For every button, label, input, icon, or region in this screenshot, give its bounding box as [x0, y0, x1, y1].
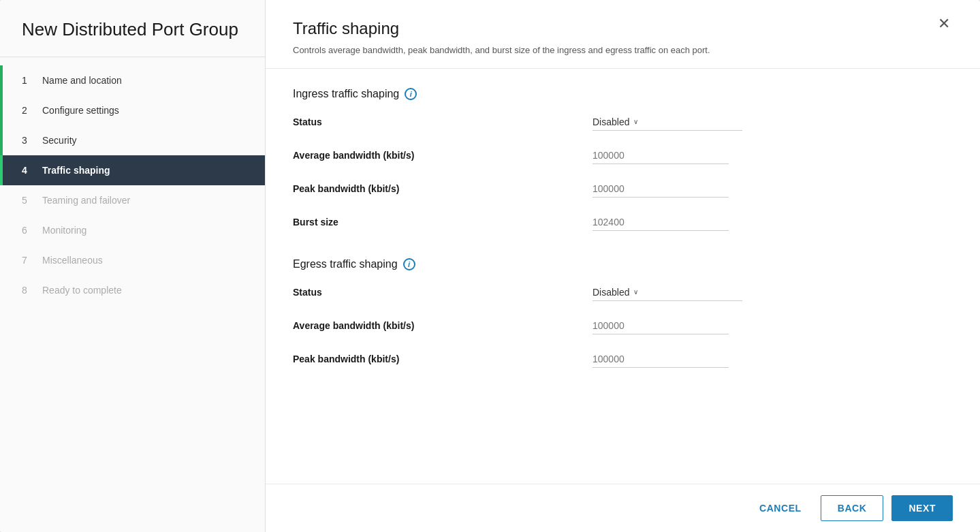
form-row-3: Burst size: [293, 214, 953, 234]
step-indicator-6: [0, 215, 3, 245]
main-panel: Traffic shaping Controls average bandwid…: [266, 0, 980, 532]
cancel-button[interactable]: CANCEL: [748, 496, 812, 520]
select-value-0: Disabled: [592, 287, 629, 298]
form-row-1: Average bandwidth (kbit/s): [293, 147, 953, 167]
bandwidth-input-1[interactable]: [592, 147, 729, 164]
step-number-6: 6: [22, 225, 34, 236]
step-indicator-4: [0, 155, 3, 185]
step-label-5: Teaming and failover: [42, 195, 130, 206]
form-row-1: Average bandwidth (kbit/s): [293, 317, 953, 337]
main-content: Ingress traffic shaping i StatusDisabled…: [266, 69, 980, 484]
step-number-2: 2: [22, 105, 34, 116]
field-label-2: Peak bandwidth (kbit/s): [293, 183, 592, 194]
step-indicator-2: [0, 95, 3, 125]
sidebar-step-3[interactable]: 3Security: [0, 125, 265, 155]
next-button[interactable]: NEXT: [891, 495, 953, 521]
field-label-1: Average bandwidth (kbit/s): [293, 150, 592, 161]
field-control-1: [592, 317, 742, 334]
step-label-8: Ready to complete: [42, 285, 122, 296]
bandwidth-input-1[interactable]: [592, 317, 729, 334]
bandwidth-input-2[interactable]: [592, 351, 729, 368]
step-label-3: Security: [42, 135, 77, 146]
field-label-3: Burst size: [293, 217, 592, 228]
step-indicator-5: [0, 185, 3, 215]
field-label-0: Status: [293, 287, 592, 298]
step-indicator-3: [0, 125, 3, 155]
field-control-2: [592, 351, 742, 368]
sidebar-step-1[interactable]: 1Name and location: [0, 65, 265, 95]
sidebar-step-7: 7Miscellaneous: [0, 245, 265, 275]
status-select-0[interactable]: Disabled∨: [592, 114, 742, 131]
status-select-0[interactable]: Disabled∨: [592, 284, 742, 301]
step-number-4: 4: [22, 165, 34, 176]
step-number-7: 7: [22, 255, 34, 266]
sidebar-step-4[interactable]: 4Traffic shaping: [0, 155, 265, 185]
step-number-5: 5: [22, 195, 34, 206]
step-number-3: 3: [22, 135, 34, 146]
step-label-1: Name and location: [42, 75, 122, 86]
step-label-4: Traffic shaping: [42, 165, 110, 176]
field-control-1: [592, 147, 742, 164]
step-label-2: Configure settings: [42, 105, 119, 116]
bandwidth-input-2[interactable]: [592, 181, 729, 198]
sidebar-step-5: 5Teaming and failover: [0, 185, 265, 215]
egress-section: Egress traffic shaping i StatusDisabled∨…: [293, 258, 953, 371]
step-indicator-7: [0, 245, 3, 275]
sidebar-step-6: 6Monitoring: [0, 215, 265, 245]
ingress-section: Ingress traffic shaping i StatusDisabled…: [293, 88, 953, 234]
form-row-2: Peak bandwidth (kbit/s): [293, 181, 953, 200]
form-row-0: StatusDisabled∨: [293, 114, 953, 134]
sidebar-steps: 1Name and location2Configure settings3Se…: [0, 57, 265, 532]
field-control-0: Disabled∨: [592, 114, 742, 131]
select-value-0: Disabled: [592, 116, 629, 127]
ingress-section-title: Ingress traffic shaping i: [293, 88, 953, 100]
main-header: Traffic shaping Controls average bandwid…: [266, 0, 980, 69]
form-row-2: Peak bandwidth (kbit/s): [293, 351, 953, 371]
back-button[interactable]: BACK: [821, 495, 884, 521]
egress-info-icon[interactable]: i: [403, 258, 415, 270]
close-button[interactable]: ✕: [935, 16, 953, 31]
form-row-0: StatusDisabled∨: [293, 284, 953, 304]
step-number-1: 1: [22, 75, 34, 86]
field-control-3: [592, 214, 742, 231]
sidebar: New Distributed Port Group 1Name and loc…: [0, 0, 266, 532]
step-label-6: Monitoring: [42, 225, 86, 236]
chevron-down-icon: ∨: [633, 118, 638, 125]
dialog-title: New Distributed Port Group: [0, 0, 265, 57]
field-control-0: Disabled∨: [592, 284, 742, 301]
egress-section-title: Egress traffic shaping i: [293, 258, 953, 270]
step-number-8: 8: [22, 285, 34, 296]
step-label-7: Miscellaneous: [42, 255, 103, 266]
step-indicator-1: [0, 65, 3, 95]
main-title-area: Traffic shaping Controls average bandwid…: [293, 19, 710, 57]
sidebar-step-8: 8Ready to complete: [0, 275, 265, 305]
chevron-down-icon: ∨: [633, 288, 638, 296]
sidebar-step-2[interactable]: 2Configure settings: [0, 95, 265, 125]
field-control-2: [592, 181, 742, 198]
new-distributed-port-group-dialog: New Distributed Port Group 1Name and loc…: [0, 0, 980, 532]
main-footer: CANCEL BACK NEXT: [266, 484, 980, 532]
bandwidth-input-3[interactable]: [592, 214, 729, 231]
field-label-2: Peak bandwidth (kbit/s): [293, 354, 592, 364]
main-title: Traffic shaping: [293, 19, 710, 38]
ingress-info-icon[interactable]: i: [405, 88, 417, 100]
field-label-0: Status: [293, 116, 592, 127]
field-label-1: Average bandwidth (kbit/s): [293, 320, 592, 331]
step-indicator-8: [0, 275, 3, 305]
main-subtitle: Controls average bandwidth, peak bandwid…: [293, 44, 710, 57]
